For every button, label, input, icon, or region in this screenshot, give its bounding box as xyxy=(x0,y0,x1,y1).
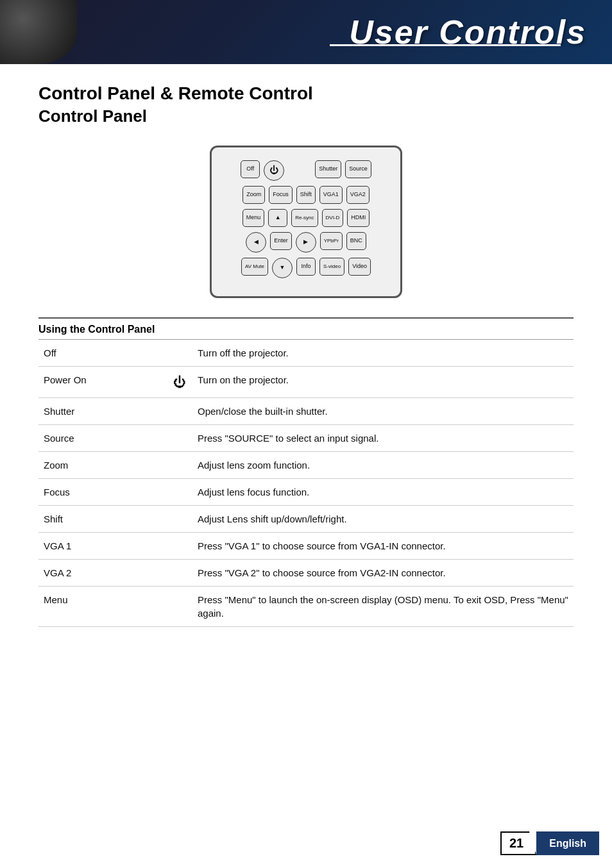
btn-enter[interactable]: Enter xyxy=(270,232,292,250)
control-desc: Adjust Lens shift up/down/left/right. xyxy=(192,506,574,533)
spacer1 xyxy=(288,160,311,181)
panel-row-4: ◀ Enter ▶ YPbPr BNC xyxy=(225,232,387,253)
control-icon xyxy=(167,398,192,425)
btn-shift[interactable]: Shift xyxy=(296,186,316,204)
control-icon xyxy=(167,587,192,627)
subsection-title: Control Panel xyxy=(38,106,574,126)
btn-down[interactable]: ▼ xyxy=(272,258,293,278)
btn-vga1[interactable]: VGA1 xyxy=(319,186,343,204)
control-icon xyxy=(167,340,192,367)
control-name: Focus xyxy=(38,479,167,506)
table-row: Off Turn off the projector. xyxy=(38,340,574,367)
table-container: Using the Control Panel Off Turn off the… xyxy=(38,317,574,627)
control-desc: Turn off the projector. xyxy=(192,340,574,367)
control-table: Off Turn off the projector. Power On ⏻ T… xyxy=(38,340,574,627)
table-row: Power On ⏻ Turn on the projector. xyxy=(38,367,574,398)
control-desc: Turn on the projector. xyxy=(192,367,574,398)
main-content: Control Panel & Remote Control Control P… xyxy=(0,64,612,678)
table-row: Shutter Open/close the built-in shutter. xyxy=(38,398,574,425)
btn-up[interactable]: ▲ xyxy=(268,209,287,227)
control-name: Source xyxy=(38,425,167,452)
btn-focus[interactable]: Focus xyxy=(269,186,293,204)
panel-diagram-container: Off ⏻ Shutter Source Zoom Focus Shift VG… xyxy=(38,146,574,298)
btn-menu[interactable]: Menu xyxy=(242,209,265,227)
control-name: Menu xyxy=(38,587,167,627)
header-logo xyxy=(0,0,77,64)
table-row: Focus Adjust lens focus function. xyxy=(38,479,574,506)
btn-right[interactable]: ▶ xyxy=(296,232,316,253)
panel-row-3: Menu ▲ Re-sync DVI-D HDMI xyxy=(225,209,387,227)
btn-zoom[interactable]: Zoom xyxy=(242,186,265,204)
control-name: Off xyxy=(38,340,167,367)
btn-off[interactable]: Off xyxy=(241,160,260,178)
section-title: Control Panel & Remote Control xyxy=(38,83,574,104)
control-desc: Press "VGA 2" to choose source from VGA2… xyxy=(192,560,574,587)
control-name: Zoom xyxy=(38,452,167,479)
table-header: Using the Control Panel xyxy=(38,317,574,340)
control-name: Shift xyxy=(38,506,167,533)
btn-vga2[interactable]: VGA2 xyxy=(346,186,370,204)
control-name: Shutter xyxy=(38,398,167,425)
control-icon: ⏻ xyxy=(167,367,192,398)
control-desc: Press "VGA 1" to choose source from VGA1… xyxy=(192,533,574,560)
control-icon xyxy=(167,452,192,479)
table-row: VGA 2 Press "VGA 2" to choose source fro… xyxy=(38,560,574,587)
power-on-icon: ⏻ xyxy=(173,373,186,391)
control-desc: Press "SOURCE" to select an input signal… xyxy=(192,425,574,452)
table-row: Menu Press "Menu" to launch the on-scree… xyxy=(38,587,574,627)
btn-power[interactable]: ⏻ xyxy=(264,160,284,181)
panel-row-5: AV Mute ▼ Info S-video Video xyxy=(225,258,387,278)
header: User Controls xyxy=(0,0,612,64)
table-row: Zoom Adjust lens zoom function. xyxy=(38,452,574,479)
control-icon xyxy=(167,533,192,560)
btn-hdmi[interactable]: HDMI xyxy=(347,209,370,227)
panel-diagram: Off ⏻ Shutter Source Zoom Focus Shift VG… xyxy=(210,146,402,298)
btn-resync[interactable]: Re-sync xyxy=(291,209,318,227)
btn-svideo[interactable]: S-video xyxy=(319,258,344,276)
footer: 21 English xyxy=(500,831,599,855)
control-icon xyxy=(167,506,192,533)
table-row: Shift Adjust Lens shift up/down/left/rig… xyxy=(38,506,574,533)
btn-bnc[interactable]: BNC xyxy=(346,232,366,250)
title-underline xyxy=(330,44,561,46)
btn-info[interactable]: Info xyxy=(296,258,316,276)
control-icon xyxy=(167,479,192,506)
btn-video[interactable]: Video xyxy=(348,258,371,276)
panel-row-1: Off ⏻ Shutter Source xyxy=(225,160,387,181)
btn-left[interactable]: ◀ xyxy=(246,232,266,253)
control-name: Power On xyxy=(38,367,167,398)
control-desc: Adjust lens focus function. xyxy=(192,479,574,506)
btn-ypbpr[interactable]: YPbPr xyxy=(320,232,343,250)
control-desc: Press "Menu" to launch the on-screen dis… xyxy=(192,587,574,627)
control-name: VGA 2 xyxy=(38,560,167,587)
language-label: English xyxy=(536,831,599,855)
page-number: 21 xyxy=(500,831,536,855)
control-icon xyxy=(167,560,192,587)
control-name: VGA 1 xyxy=(38,533,167,560)
btn-source[interactable]: Source xyxy=(345,160,371,178)
control-desc: Open/close the built-in shutter. xyxy=(192,398,574,425)
panel-row-2: Zoom Focus Shift VGA1 VGA2 xyxy=(225,186,387,204)
control-desc: Adjust lens zoom function. xyxy=(192,452,574,479)
table-row: Source Press "SOURCE" to select an input… xyxy=(38,425,574,452)
control-icon xyxy=(167,425,192,452)
btn-dvid[interactable]: DVI-D xyxy=(322,209,344,227)
table-row: VGA 1 Press "VGA 1" to choose source fro… xyxy=(38,533,574,560)
btn-shutter[interactable]: Shutter xyxy=(315,160,341,178)
btn-avmute[interactable]: AV Mute xyxy=(241,258,268,276)
